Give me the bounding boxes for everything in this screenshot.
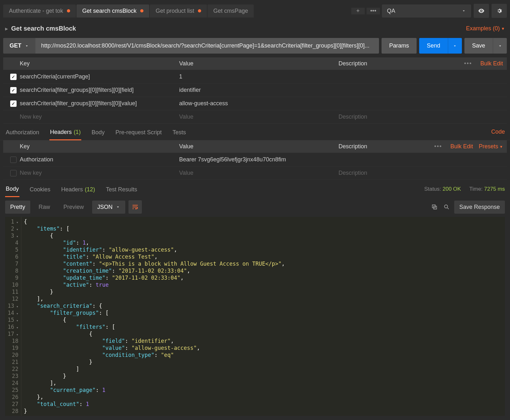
- column-header-value: Value: [179, 143, 339, 150]
- environment-label: QA: [387, 8, 395, 14]
- checkbox[interactable]: ✓: [10, 74, 17, 80]
- request-tab[interactable]: Get product list: [150, 4, 207, 18]
- param-key[interactable]: searchCriteria[currentPage]: [20, 73, 179, 80]
- table-row: ✓searchCriteria[filter_groups][0][filter…: [3, 97, 507, 110]
- caret-right-icon[interactable]: ▸: [5, 25, 8, 32]
- view-mode-pretty[interactable]: Pretty: [5, 201, 30, 214]
- checkbox[interactable]: ✓: [10, 100, 17, 107]
- copy-button[interactable]: [430, 203, 439, 211]
- request-name: Get search cmsBlock: [11, 25, 76, 32]
- wrap-icon: [132, 203, 139, 210]
- param-value[interactable]: allow-guest-access: [179, 100, 339, 107]
- environment-quicklook-button[interactable]: [474, 4, 489, 18]
- format-select[interactable]: JSON: [92, 201, 125, 214]
- examples-link[interactable]: Examples (0) ▼: [466, 25, 505, 32]
- tab-authorization[interactable]: Authorization: [5, 128, 40, 140]
- save-button[interactable]: Save: [464, 38, 493, 54]
- table-row: ✓searchCriteria[currentPage]1: [3, 70, 507, 84]
- chevron-down-icon: [25, 44, 29, 48]
- tab-tests[interactable]: Tests: [172, 128, 186, 140]
- presets-link[interactable]: Presets▼: [479, 143, 503, 150]
- send-button[interactable]: Send: [419, 38, 448, 54]
- tab-prerequest[interactable]: Pre-request Script: [115, 128, 162, 140]
- table-row: AuthorizationBearer 7svg6egl56lvefjgr3jn…: [3, 153, 507, 166]
- params-more-button[interactable]: •••: [462, 60, 475, 67]
- view-mode-raw[interactable]: Raw: [33, 201, 55, 214]
- column-header-value: Value: [179, 60, 339, 67]
- unsaved-dot-icon: [140, 9, 143, 12]
- request-tab[interactable]: Get search cmsBlock: [76, 4, 149, 18]
- method-select[interactable]: GET: [3, 38, 35, 54]
- time-value: 7275 ms: [484, 186, 505, 192]
- header-value[interactable]: Bearer 7svg6egl56lvefjgr3jnx48u70cn8fim: [179, 156, 339, 163]
- save-options-button[interactable]: [493, 38, 507, 54]
- search-icon: [443, 204, 450, 210]
- new-description-input[interactable]: Description: [339, 114, 367, 120]
- gear-icon: [496, 7, 503, 14]
- settings-button[interactable]: [492, 4, 507, 18]
- column-header-description: Description: [339, 143, 367, 150]
- tab-body[interactable]: Body: [91, 128, 105, 140]
- url-input[interactable]: [35, 38, 379, 54]
- search-button[interactable]: [442, 203, 451, 211]
- view-mode-preview[interactable]: Preview: [58, 201, 89, 214]
- param-value[interactable]: 1: [179, 73, 339, 80]
- chevron-down-icon: [116, 205, 120, 209]
- new-value-input[interactable]: Value: [179, 114, 339, 120]
- new-tab-button[interactable]: +: [351, 8, 365, 14]
- tabs-overflow-button[interactable]: •••: [367, 8, 380, 14]
- send-options-button[interactable]: [448, 38, 462, 54]
- tab-headers[interactable]: Headers (1): [49, 128, 81, 140]
- response-tab-cookies[interactable]: Cookies: [29, 185, 51, 197]
- status-label: Status:: [424, 186, 441, 192]
- header-key[interactable]: Authorization: [20, 156, 179, 163]
- wrap-toggle-button[interactable]: [128, 200, 142, 214]
- eye-icon: [478, 7, 485, 14]
- response-tab-test-results[interactable]: Test Results: [105, 185, 138, 197]
- new-value-input[interactable]: Value: [179, 170, 339, 176]
- headers-more-button[interactable]: •••: [432, 143, 445, 150]
- chevron-down-icon: [462, 9, 466, 13]
- param-value[interactable]: identifier: [179, 87, 339, 93]
- response-body-viewer[interactable]: 1234567891011121314151617181920212223242…: [5, 217, 505, 416]
- new-description-input[interactable]: Description: [339, 170, 367, 176]
- checkbox[interactable]: [10, 170, 17, 176]
- bulk-edit-link[interactable]: Bulk Edit: [450, 143, 473, 150]
- checkbox[interactable]: ✓: [10, 87, 17, 93]
- column-header-key: Key: [20, 60, 179, 67]
- svg-point-2: [444, 205, 448, 208]
- status-value: 200 OK: [443, 186, 461, 192]
- column-header-key: Key: [20, 143, 179, 150]
- column-header-description: Description: [339, 60, 367, 67]
- chevron-down-icon: [453, 44, 457, 48]
- environment-select[interactable]: QA: [382, 4, 471, 18]
- unsaved-dot-icon: [198, 9, 201, 12]
- request-tab[interactable]: Get cmsPage: [208, 4, 254, 18]
- request-tab[interactable]: Authenticate - get tok: [3, 4, 76, 18]
- new-key-input[interactable]: New key: [20, 170, 179, 176]
- checkbox[interactable]: [10, 157, 17, 163]
- caret-down-icon: ▼: [501, 26, 505, 31]
- table-row: ✓searchCriteria[filter_groups][0][filter…: [3, 84, 507, 97]
- param-key[interactable]: searchCriteria[filter_groups][0][filters…: [20, 100, 179, 107]
- bulk-edit-link[interactable]: Bulk Edit: [480, 60, 503, 67]
- copy-icon: [431, 204, 438, 210]
- unsaved-dot-icon: [67, 9, 70, 12]
- new-key-input[interactable]: New key: [20, 114, 179, 120]
- response-tab-body[interactable]: Body: [5, 184, 19, 197]
- code-link[interactable]: Code: [491, 129, 505, 139]
- time-label: Time:: [469, 186, 483, 192]
- response-tab-headers[interactable]: Headers (12): [61, 185, 96, 197]
- save-response-button[interactable]: Save Response: [454, 201, 505, 214]
- request-tabs: Authenticate - get tokGet search cmsBloc…: [3, 4, 349, 18]
- param-key[interactable]: searchCriteria[filter_groups][0][filters…: [20, 87, 179, 93]
- params-button[interactable]: Params: [382, 38, 417, 54]
- chevron-down-icon: [498, 44, 502, 48]
